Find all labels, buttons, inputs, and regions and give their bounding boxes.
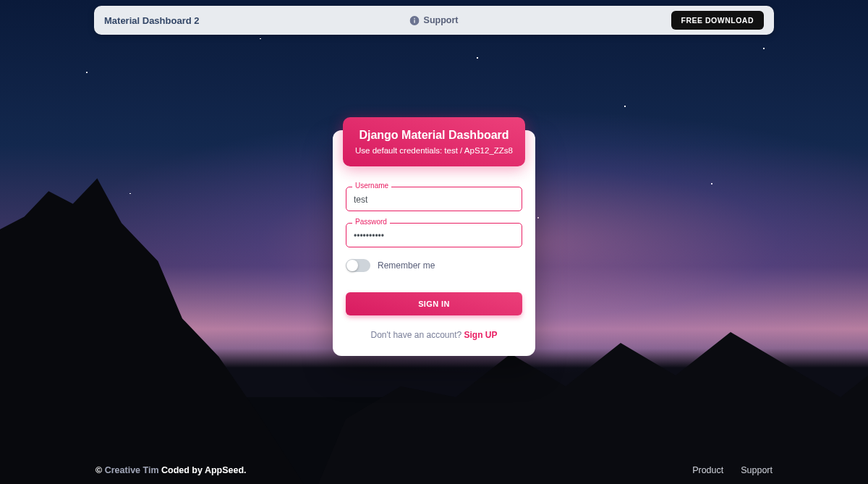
free-download-button[interactable]: FREE DOWNLOAD [671,11,764,30]
toggle-knob [346,260,358,271]
support-link[interactable]: Support [410,15,459,25]
footer-brand-link[interactable]: Creative Tim [105,465,159,475]
remember-row: Remember me [346,259,522,272]
brand-title[interactable]: Material Dashboard 2 [104,15,200,26]
support-label: Support [424,15,459,25]
password-label: Password [352,218,390,226]
card-header: Django Material Dashboard Use default cr… [343,117,525,166]
info-icon [410,16,420,25]
footer-links: Product Support [692,465,773,475]
sign-up-link[interactable]: Sign UP [464,330,498,340]
password-field-wrap: Password [346,223,522,247]
footer-link-product[interactable]: Product [692,465,723,475]
login-card: Django Material Dashboard Use default cr… [333,130,535,356]
svg-point-2 [414,17,415,19]
username-input[interactable] [346,187,522,211]
footer-coded-by: Coded by AppSeed. [159,465,247,475]
footer-copy: © Creative Tim Coded by AppSeed. [95,465,247,475]
remember-toggle[interactable] [346,259,370,272]
remember-label: Remember me [378,260,435,271]
signup-prompt: Don't have an account? [370,330,464,340]
card-title: Django Material Dashboard [352,129,516,142]
bg-rock-left [0,166,304,484]
password-input[interactable] [346,223,522,247]
username-field-wrap: Username [346,187,522,211]
topbar: Material Dashboard 2 Support FREE DOWNLO… [94,6,774,35]
card-subtitle: Use default credentials: test / ApS12_ZZ… [352,146,516,155]
footer: © Creative Tim Coded by AppSeed. Product… [95,465,773,475]
signup-row: Don't have an account? Sign UP [346,330,522,340]
footer-link-support[interactable]: Support [741,465,773,475]
sign-in-button[interactable]: SIGN IN [346,292,522,315]
svg-rect-1 [414,20,414,22]
copyright-symbol: © [95,465,102,475]
username-label: Username [352,182,391,190]
